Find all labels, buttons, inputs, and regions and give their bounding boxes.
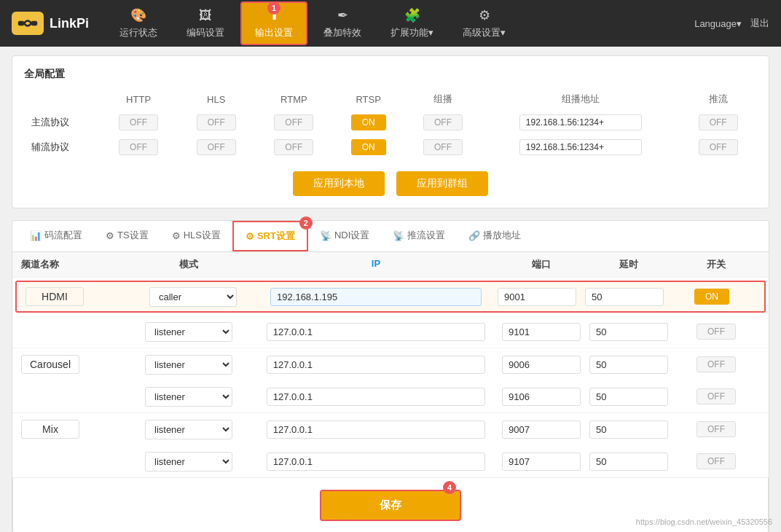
annotation-1: 1 xyxy=(267,1,280,15)
hdmi-ip-cell-1 xyxy=(259,288,493,306)
header-multicast: 组播 xyxy=(404,88,482,110)
main-hls-toggle[interactable]: OFF xyxy=(197,114,236,130)
carousel-switch-1[interactable]: OFF xyxy=(696,356,736,372)
mix-port-input-1[interactable] xyxy=(502,420,581,439)
hdmi-switch-cell-1: ON xyxy=(668,289,756,305)
carousel-delay-input-1[interactable] xyxy=(589,356,668,374)
nav-add-effects[interactable]: ✒ 叠加特效 xyxy=(310,3,374,44)
nav-items: 🎨 运行状态 🖼 编码设置 ⬆ 输出设置 1 ✒ 叠加特效 🧩 扩展功能▾ ⚙ … xyxy=(106,1,694,45)
mix-ip-input-1[interactable] xyxy=(267,420,486,439)
main-http-toggle[interactable]: OFF xyxy=(119,114,158,130)
main-stream-row: 主流协议 OFF OFF OFF ON OFF OFF xyxy=(24,110,757,135)
carousel-mode-select-1[interactable]: caller listener xyxy=(145,355,232,375)
hdmi-name: HDMI xyxy=(25,287,84,306)
nav-output-settings[interactable]: ⬆ 输出设置 1 xyxy=(240,1,307,45)
mix-mode-cell-2: caller listener xyxy=(123,452,254,472)
tab-srt[interactable]: ⚙ SRT设置 2 xyxy=(232,221,308,251)
tab-push-label: 推流设置 xyxy=(407,229,445,242)
main-rtmp-toggle[interactable]: OFF xyxy=(274,114,313,130)
language-selector[interactable]: Language▾ xyxy=(694,18,742,29)
tab-bitrate[interactable]: 📊 码流配置 xyxy=(18,222,94,251)
carousel-ip-input-1[interactable] xyxy=(267,356,486,374)
mix-switch-2[interactable]: OFF xyxy=(696,453,736,469)
nav-extend-func[interactable]: 🧩 扩展功能▾ xyxy=(377,3,447,44)
tab-ndi[interactable]: 📡 NDI设置 xyxy=(308,222,381,251)
carousel-mode-select-2[interactable]: caller listener xyxy=(145,387,232,407)
save-button[interactable]: 保存 xyxy=(320,490,461,521)
tab-ts[interactable]: ⚙ TS设置 xyxy=(94,222,160,251)
mix-delay-input-2[interactable] xyxy=(589,453,668,471)
hdmi-ip-input-1[interactable] xyxy=(270,288,482,306)
hdmi-mode-cell-2: caller listener xyxy=(123,322,254,342)
mix-port-input-2[interactable] xyxy=(502,453,581,471)
svg-rect-1 xyxy=(31,21,37,26)
hdmi-mode-select-1[interactable]: caller listener xyxy=(149,287,237,307)
col-mode: 模式 xyxy=(123,258,254,271)
sub-multicast-toggle[interactable]: OFF xyxy=(423,139,463,155)
mix-channel-name-cell: Mix xyxy=(21,420,123,439)
hdmi-mode-select-2[interactable]: caller listener xyxy=(145,322,232,342)
sub-multicast-addr[interactable] xyxy=(519,139,642,155)
logo: LinkPi xyxy=(12,12,89,35)
carousel-ip-cell-1 xyxy=(254,356,498,374)
mix-delay-input-1[interactable] xyxy=(589,420,668,439)
sub-rtsp-toggle[interactable]: ON xyxy=(351,139,386,155)
advanced-icon: ⚙ xyxy=(479,7,490,23)
apply-buttons: 应用到本地 应用到群组 xyxy=(24,171,757,196)
carousel-name: Carousel xyxy=(21,355,79,374)
hdmi-row-2: caller listener OFF xyxy=(12,316,769,348)
mix-delay-cell-1 xyxy=(585,420,672,439)
main-multicast-addr[interactable] xyxy=(519,114,642,130)
carousel-row-1: Carousel caller listener xyxy=(12,348,769,380)
sub-push-toggle[interactable]: OFF xyxy=(699,139,738,155)
mix-switch-1[interactable]: OFF xyxy=(696,421,736,437)
carousel-delay-cell-1 xyxy=(585,356,672,374)
sub-stream-row: 辅流协议 OFF OFF OFF ON OFF OFF xyxy=(24,135,757,160)
nav-encode-settings[interactable]: 🖼 编码设置 xyxy=(173,4,238,44)
hdmi-delay-input-2[interactable] xyxy=(589,323,668,341)
tab-playback[interactable]: 🔗 播放地址 xyxy=(457,222,533,251)
nav-run-status[interactable]: 🎨 运行状态 xyxy=(106,3,170,44)
nav-advanced-settings[interactable]: ⚙ 高级设置▾ xyxy=(450,3,519,44)
hdmi-delay-cell-2 xyxy=(585,323,672,341)
tab-push[interactable]: 📡 推流设置 xyxy=(381,222,457,251)
hdmi-switch-1[interactable]: ON xyxy=(694,289,729,305)
tab-hls-label: HLS设置 xyxy=(184,229,221,242)
carousel-ip-input-2[interactable] xyxy=(267,388,486,406)
sub-http-toggle[interactable]: OFF xyxy=(119,139,158,155)
carousel-delay-input-2[interactable] xyxy=(589,388,668,406)
header-http: HTTP xyxy=(100,88,178,110)
header-rtsp: RTSP xyxy=(333,88,404,110)
tab-hls[interactable]: ⚙ HLS设置 xyxy=(160,222,232,251)
main-rtsp-toggle[interactable]: ON xyxy=(351,114,386,130)
apply-group-button[interactable]: 应用到群组 xyxy=(396,171,488,196)
mix-mode-cell-1: caller listener xyxy=(123,420,254,439)
main-multicast-toggle[interactable]: OFF xyxy=(423,114,463,130)
carousel-port-input-1[interactable] xyxy=(502,356,581,374)
hdmi-channel-name-cell: HDMI xyxy=(25,287,127,306)
sub-rtmp-toggle[interactable]: OFF xyxy=(274,139,313,155)
hdmi-ip-input-2[interactable] xyxy=(267,323,486,341)
logo-text: LinkPi xyxy=(50,16,89,31)
hdmi-ip-cell-2 xyxy=(254,323,498,341)
carousel-row-2: caller listener OFF xyxy=(12,380,769,412)
hdmi-port-input-2[interactable] xyxy=(502,323,581,341)
hdmi-delay-input-1[interactable] xyxy=(585,288,664,306)
mix-row-2: caller listener OFF xyxy=(12,445,769,477)
apply-local-button[interactable]: 应用到本地 xyxy=(293,171,385,196)
sub-hls-toggle[interactable]: OFF xyxy=(197,139,236,155)
logout-button[interactable]: 退出 xyxy=(750,17,769,30)
hdmi-port-input-1[interactable] xyxy=(498,288,576,306)
hdmi-switch-2[interactable]: OFF xyxy=(696,324,736,340)
carousel-switch-2[interactable]: OFF xyxy=(696,388,736,404)
carousel-port-input-2[interactable] xyxy=(502,388,581,406)
mix-ip-input-2[interactable] xyxy=(267,453,486,471)
main-push-toggle[interactable]: OFF xyxy=(699,114,738,130)
main-stream-label: 主流协议 xyxy=(24,110,100,135)
watermark: https://blog.csdn.net/weixin_45320556 xyxy=(636,517,772,526)
run-status-icon: 🎨 xyxy=(130,7,146,23)
nav-encode-label: 编码设置 xyxy=(187,26,224,39)
mix-mode-select-2[interactable]: caller listener xyxy=(145,452,232,472)
mix-mode-select-1[interactable]: caller listener xyxy=(145,420,232,439)
col-channel-name: 频道名称 xyxy=(21,258,123,271)
